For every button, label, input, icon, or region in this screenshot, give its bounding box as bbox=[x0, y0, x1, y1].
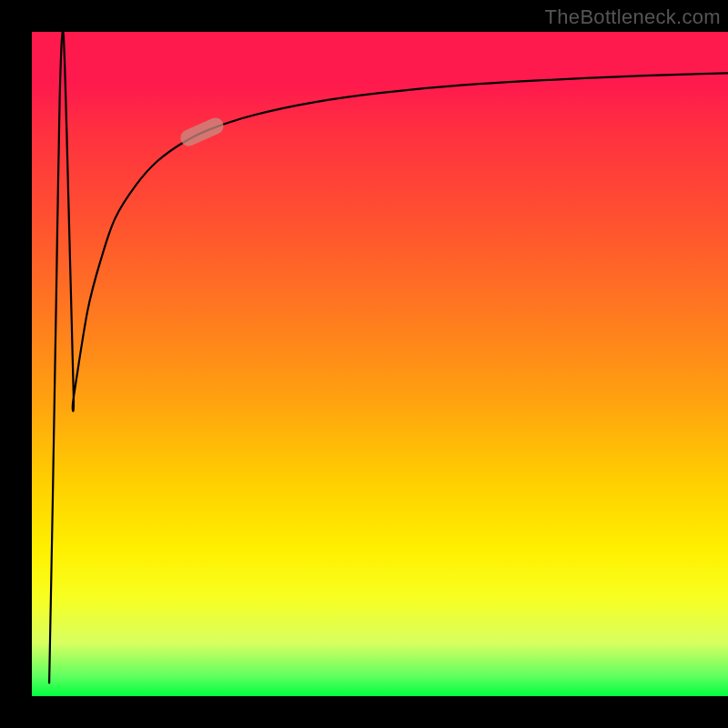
watermark-text: TheBottleneck.com bbox=[545, 5, 721, 29]
plot-gradient-background bbox=[32, 32, 728, 696]
